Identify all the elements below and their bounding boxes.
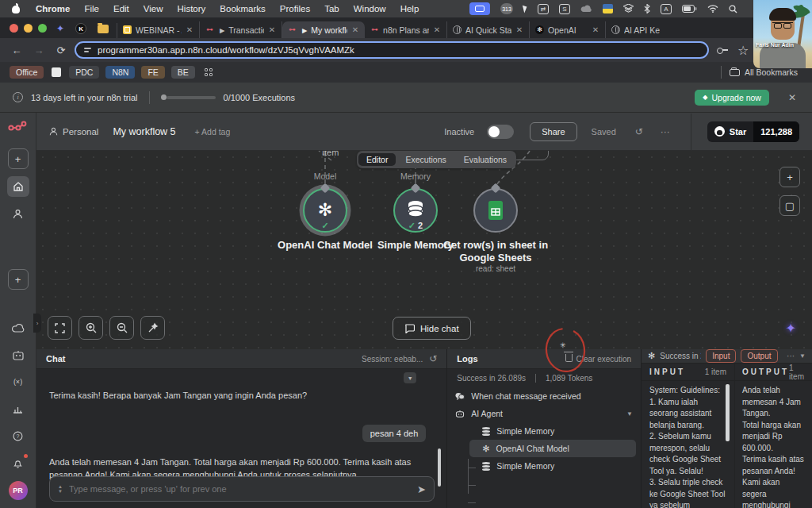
workflow-title[interactable]: My workflow 5 (113, 126, 175, 137)
tab-ai-api-keys[interactable]: AI API Ke (606, 21, 682, 38)
node-openai-chat-model[interactable]: ✻ ✓ (303, 188, 347, 233)
back-button[interactable]: ← (8, 44, 25, 56)
webcam-overlay[interactable]: Faris Nur Adin (753, 0, 812, 68)
tab-webinar[interactable]: WEBINAR - AP ✕ (117, 21, 200, 38)
bluetooth-icon[interactable] (644, 2, 650, 15)
workflow-more-icon[interactable]: ··· (661, 126, 670, 137)
fit-view-button[interactable] (48, 316, 72, 340)
screen-share-icon[interactable] (469, 2, 490, 15)
bookmark-office[interactable]: Office (10, 66, 44, 79)
apple-logo-icon[interactable] (11, 4, 21, 13)
scroll-down-button[interactable]: ▼ (404, 372, 416, 383)
chat-text-input[interactable] (69, 484, 411, 494)
close-tab-icon[interactable]: ✕ (433, 25, 441, 34)
log-item-openai-chat-model-selected[interactable]: ✻ OpenAI Chat Model (469, 440, 636, 457)
send-message-icon[interactable]: ➤ (417, 483, 426, 495)
log-item-simple-memory[interactable]: Simple Memory (447, 457, 641, 475)
run-more-icon[interactable]: ··· (787, 352, 795, 360)
tab-n8n-plans[interactable]: ⊶ n8n Plans and ✕ (365, 21, 447, 38)
tab-executions[interactable]: Executions (397, 153, 454, 166)
close-tab-icon[interactable]: ✕ (351, 25, 359, 34)
history-icon[interactable]: ↺ (635, 126, 643, 137)
tab-editor[interactable]: Editor (358, 153, 396, 166)
tab-my-workflow-active[interactable]: ⊶ ► My workflow ✕ (282, 21, 365, 38)
bookmark-pdc[interactable]: PDC (69, 66, 99, 79)
tab-evaluations[interactable]: Evaluations (456, 153, 515, 166)
menu-bookmarks[interactable]: Bookmarks (213, 4, 273, 13)
minimize-window-button[interactable] (24, 24, 33, 33)
menu-edit[interactable]: Edit (106, 4, 136, 13)
clear-execution-button[interactable]: Clear execution (565, 354, 631, 364)
log-item-chat-trigger[interactable]: When chat message received (447, 387, 641, 405)
output-view-button[interactable]: Output (741, 349, 777, 363)
sidebar-item-personal[interactable] (7, 203, 29, 224)
flag-icon[interactable] (603, 4, 613, 13)
collapse-panel-icon[interactable]: ▼ (799, 352, 806, 360)
notifications-bell-icon[interactable] (7, 452, 29, 473)
input-view-button[interactable]: Input (706, 349, 736, 363)
bookmark-be[interactable]: BE (171, 66, 195, 79)
spotlight-search-icon[interactable] (729, 2, 737, 15)
ai-assistant-icon[interactable]: ✦ (786, 321, 796, 336)
menu-window[interactable]: Window (347, 4, 393, 13)
cloud-status-icon[interactable] (580, 2, 592, 15)
menu-history[interactable]: History (170, 4, 213, 13)
forward-button[interactable]: → (30, 44, 48, 56)
hide-chat-button[interactable]: Hide chat (393, 317, 471, 340)
add-workflow-button[interactable]: + (8, 148, 29, 169)
add-node-button[interactable]: + (779, 167, 800, 187)
active-toggle[interactable] (487, 125, 514, 139)
zoom-in-button[interactable] (79, 316, 103, 340)
close-tab-icon[interactable]: ✕ (592, 25, 599, 34)
insights-icon[interactable] (7, 398, 29, 419)
close-tab-icon[interactable]: ✕ (268, 25, 276, 34)
add-sticky-note-button[interactable]: ▢ (779, 195, 800, 216)
templates-icon[interactable] (7, 344, 29, 365)
bookmark-star-icon[interactable]: ☆ (737, 43, 749, 58)
variables-icon[interactable]: (×) (7, 371, 29, 392)
chat-input[interactable]: ▲▼ ➤ (49, 476, 435, 502)
pinned-tab-k[interactable]: K (75, 23, 86, 34)
tab-ai-quick-start[interactable]: AI Quick Start ✕ (447, 21, 530, 38)
bookmark-apps-grid-icon[interactable] (205, 68, 213, 76)
zoom-out-button[interactable] (109, 316, 134, 340)
menu-help[interactable]: Help (393, 4, 427, 13)
extension-diamond-icon[interactable]: ✦ (55, 23, 71, 38)
add-project-button[interactable]: + (8, 269, 29, 290)
menu-file[interactable]: File (77, 4, 106, 13)
bookmark-n8n[interactable]: N8N (105, 66, 135, 79)
share-button[interactable]: Share (530, 122, 576, 141)
node-google-sheets[interactable] (473, 188, 518, 233)
close-tab-icon[interactable]: ✕ (186, 25, 193, 34)
wifi-icon[interactable] (707, 2, 718, 15)
log-item-simple-memory[interactable]: Simple Memory (447, 422, 641, 440)
menu-view[interactable]: View (136, 4, 170, 13)
chevron-down-icon[interactable]: ▼ (626, 410, 633, 418)
input-source-icon[interactable]: A (661, 4, 672, 14)
password-manager-icon[interactable] (717, 47, 728, 53)
chat-messages[interactable]: ▼ Terima kasih! Berapa banyak Jam Tangan… (36, 369, 446, 508)
zoom-window-button[interactable] (38, 24, 47, 33)
add-tag-button[interactable]: + Add tag (195, 127, 231, 137)
sidebar-expander[interactable]: › (33, 314, 41, 333)
sidebar-item-overview[interactable] (7, 176, 29, 197)
session-id[interactable]: Session: eebab... (362, 355, 423, 364)
prev-next-message-arrows[interactable]: ▲▼ (58, 484, 63, 494)
tab-transaction[interactable]: ⊶ ► Transaction ✕ (200, 21, 282, 38)
tidy-up-button[interactable] (140, 316, 165, 340)
workflow-canvas[interactable]: Item Editor Executions Evaluations Model… (36, 151, 812, 349)
menu-tab[interactable]: Tab (317, 4, 347, 13)
close-window-button[interactable] (10, 24, 18, 33)
display-toggle-icon[interactable]: ⇄ (538, 4, 549, 14)
help-icon[interactable]: ? (7, 425, 29, 446)
reload-button[interactable]: ⟳ (52, 44, 70, 56)
upgrade-now-button[interactable]: ◆ Upgrade now (695, 90, 769, 106)
close-tab-icon[interactable]: ✕ (515, 25, 523, 34)
cloud-admin-icon[interactable] (7, 318, 29, 338)
banner-close-icon[interactable]: ✕ (788, 92, 796, 103)
bookmark-fe[interactable]: FE (141, 66, 164, 79)
chat-scrollbar[interactable] (438, 448, 441, 487)
project-breadcrumb[interactable]: Personal (49, 127, 98, 137)
recording-timer-icon[interactable]: 313 (500, 3, 513, 14)
tab-openai[interactable]: ✻ OpenAI ✕ (530, 21, 606, 38)
